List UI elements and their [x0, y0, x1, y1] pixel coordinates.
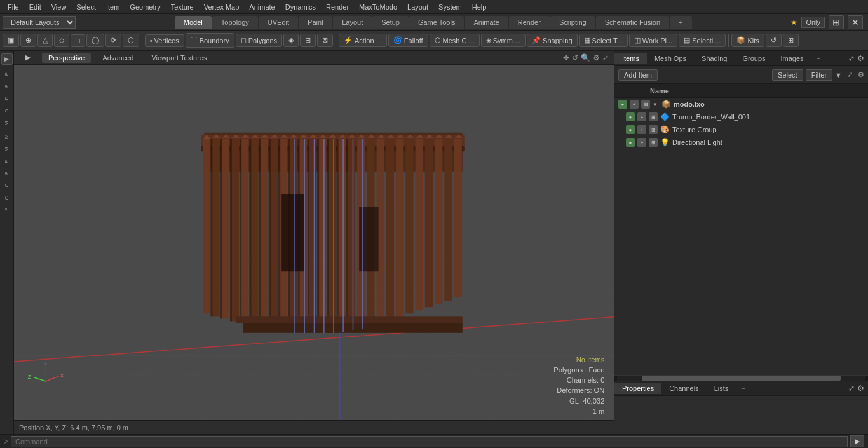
vis-btn-0b[interactable]: + [630, 100, 639, 109]
default-layouts-dropdown[interactable]: Default Layouts [3, 16, 76, 29]
viewport-canvas[interactable]: X Y Z No Items Polygons : Face Channels:… [14, 65, 614, 420]
items-collapse-icon[interactable]: ▼ [835, 71, 842, 79]
items-expand-icon[interactable]: ⤢ [847, 71, 853, 79]
props-settings-icon[interactable]: ⚙ [857, 384, 864, 393]
panel-expand-icon[interactable]: ⤢ [848, 54, 855, 63]
tab-render[interactable]: Render [509, 16, 550, 29]
vp-tab-advanced[interactable]: Advanced [96, 53, 140, 63]
tool-select-all[interactable]: ▣ [3, 34, 19, 47]
tool-triangles[interactable]: △ [37, 34, 53, 47]
left-label-d2[interactable]: D... [3, 103, 10, 114]
command-run-button[interactable]: ▶ [850, 435, 864, 447]
tool-work-pl[interactable]: ◫ Work Pl... [629, 34, 677, 47]
menu-vertex-map[interactable]: Vertex Map [199, 2, 245, 12]
vp-settings-icon[interactable]: ⚙ [593, 53, 600, 62]
vp-rotate-icon[interactable]: ↺ [572, 53, 578, 62]
panel-tab-groups[interactable]: Groups [735, 53, 773, 64]
props-tab-plus[interactable]: + [736, 383, 750, 394]
tool-rotate[interactable]: ⟳ [105, 34, 121, 47]
left-label-e2[interactable]: E... [3, 154, 10, 165]
tab-game-tools[interactable]: Game Tools [409, 16, 465, 29]
menu-view[interactable]: View [46, 2, 72, 12]
list-item-dir-light[interactable]: ● + ⊞ 💡 Directional Light [622, 136, 868, 149]
tab-setup[interactable]: Setup [372, 16, 409, 29]
menu-dynamics[interactable]: Dynamics [280, 2, 321, 12]
tab-animate[interactable]: Animate [465, 16, 508, 29]
props-tab-channels[interactable]: Channels [661, 383, 706, 394]
tool-snapping[interactable]: 📌 Snapping [527, 34, 578, 47]
tool-hex[interactable]: ⬡ [123, 34, 139, 47]
tool-p5[interactable]: ⊞ [300, 34, 316, 47]
tab-layout[interactable]: Layout [333, 16, 372, 29]
tool-p4[interactable]: ◈ [283, 34, 299, 47]
only-button[interactable]: Only [801, 17, 825, 28]
panel-settings-icon[interactable]: ⚙ [857, 54, 864, 63]
vis-btn-0[interactable]: ● [618, 100, 627, 109]
left-label-m2[interactable]: M... [3, 128, 10, 140]
menu-layout[interactable]: Layout [402, 2, 433, 12]
left-label-c1[interactable]: C... [3, 177, 10, 189]
vp-move-icon[interactable]: ✥ [563, 53, 569, 62]
menu-maxtomodo[interactable]: MaxToModo [354, 2, 402, 12]
items-settings-icon[interactable]: ⚙ [858, 71, 864, 79]
vis-btn-0c[interactable]: ⊞ [641, 100, 650, 109]
vp-expand-icon[interactable]: ⤢ [602, 53, 609, 62]
tool-diamond[interactable]: ◇ [54, 34, 69, 47]
tool-polygons[interactable]: ◻ Polygons [236, 34, 282, 47]
tool-p6[interactable]: ⊠ [317, 34, 333, 47]
tab-add[interactable]: + [670, 16, 691, 29]
props-tab-lists[interactable]: Lists [707, 383, 736, 394]
vis-btn-3b[interactable]: + [637, 138, 646, 147]
menu-geometry[interactable]: Geometry [125, 2, 165, 12]
vis-btn-3[interactable]: ● [626, 138, 635, 147]
menu-select[interactable]: Select [71, 2, 101, 12]
menu-render[interactable]: Render [321, 2, 354, 12]
vis-btn-1b[interactable]: + [637, 112, 646, 121]
vis-btn-1[interactable]: ● [626, 112, 635, 121]
tool-square[interactable]: □ [71, 34, 85, 47]
tool-undo[interactable]: ↺ [766, 34, 782, 47]
vis-btn-1c[interactable]: ⊞ [649, 112, 658, 121]
props-tab-properties[interactable]: Properties [614, 383, 661, 394]
left-label-m1[interactable]: M... [3, 115, 10, 127]
tab-scripting[interactable]: Scripting [550, 16, 595, 29]
select-button[interactable]: Select [772, 69, 803, 81]
left-label-c2[interactable]: C... [3, 190, 10, 201]
vis-btn-2b[interactable]: + [637, 125, 646, 134]
left-label-m3[interactable]: M... [3, 141, 10, 153]
panel-tab-images[interactable]: Images [773, 53, 811, 64]
left-label-e[interactable]: E... [3, 78, 10, 90]
left-label-fi[interactable]: Fi... [3, 65, 10, 78]
layout-icon2[interactable]: ✕ [848, 15, 863, 29]
panel-tab-shading[interactable]: Shading [694, 53, 735, 64]
menu-file[interactable]: File [3, 2, 24, 12]
vp-zoom-icon[interactable]: 🔍 [581, 53, 590, 62]
menu-system[interactable]: System [433, 2, 467, 12]
vis-btn-2c[interactable]: ⊞ [649, 125, 658, 134]
vis-btn-3c[interactable]: ⊞ [649, 138, 658, 147]
layout-icon1[interactable]: ⊞ [829, 15, 844, 29]
menu-item[interactable]: Item [101, 2, 125, 12]
tab-model[interactable]: Model [175, 16, 212, 29]
menu-help[interactable]: Help [467, 2, 492, 12]
vp-tab-perspective[interactable]: Perspective [42, 53, 91, 63]
tool-vertices[interactable]: • Vertices [145, 34, 184, 47]
vp-tab-viewport-textures[interactable]: Viewport Textures [145, 53, 213, 63]
tool-falloff[interactable]: 🌀 Falloff [388, 34, 428, 47]
tool-select-t[interactable]: ▦ Select T... [579, 34, 628, 47]
tab-topology[interactable]: Topology [212, 16, 258, 29]
tab-paint[interactable]: Paint [299, 16, 332, 29]
vis-btn-2[interactable]: ● [626, 125, 635, 134]
tool-circle[interactable]: ◯ [86, 34, 104, 47]
tool-action[interactable]: ⚡ Action ... [339, 34, 387, 47]
tool-selecti[interactable]: ▤ Selecti ... [679, 34, 726, 47]
menu-animate[interactable]: Animate [244, 2, 280, 12]
list-item-wall[interactable]: ● + ⊞ 🔷 Trump_Border_Wall_001 [622, 111, 868, 123]
filter-button[interactable]: Filter [806, 69, 832, 81]
tool-boundary[interactable]: ⌒ Boundary [186, 33, 234, 48]
left-label-f[interactable]: F... [3, 202, 10, 213]
panel-tab-plus[interactable]: + [811, 53, 825, 64]
left-label-d1[interactable]: D... [3, 90, 10, 102]
list-item-modo-lxo[interactable]: ● + ⊞ ▼ 📦 modo.lxo [614, 98, 868, 111]
vp-collapse[interactable]: ▶ [19, 52, 37, 63]
